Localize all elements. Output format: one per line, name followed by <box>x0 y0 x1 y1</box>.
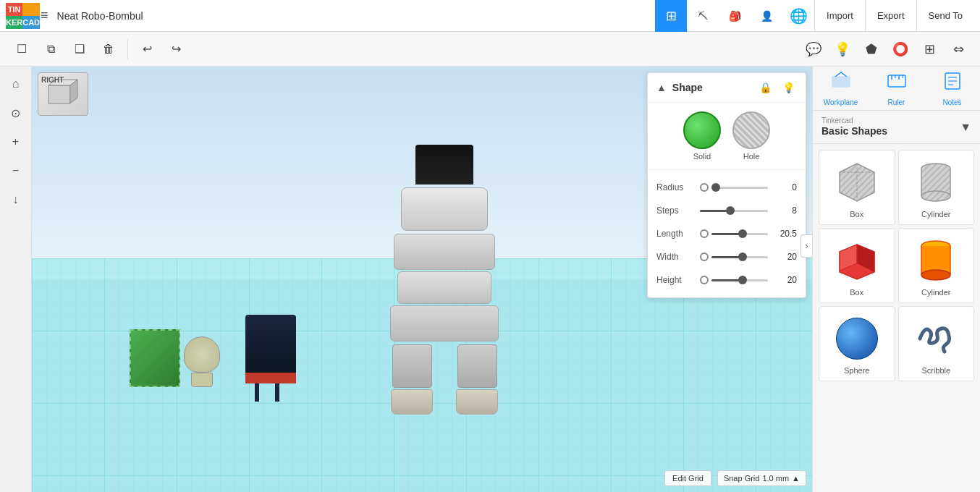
view-cube-label[interactable]: RIGHT <box>38 72 88 116</box>
fit-button[interactable]: ⊙ <box>4 101 28 124</box>
snap-grid-arrow: ▲ <box>792 474 800 483</box>
width-slider-container <box>700 253 768 261</box>
view-cube[interactable]: RIGHT <box>38 72 88 123</box>
cylinder-gray-thumb <box>910 156 962 208</box>
shape-item-cylinder-orange[interactable]: Cylinder <box>898 228 975 303</box>
send-to-button[interactable]: Send To <box>916 0 974 32</box>
shape-item-box-gray[interactable]: Box <box>819 150 895 225</box>
width-thumb[interactable] <box>738 253 747 261</box>
ruler-button[interactable]: Ruler <box>869 67 924 110</box>
hole-type[interactable]: Hole <box>732 111 770 161</box>
ruler-svg <box>887 71 907 91</box>
length-value: 20.5 <box>774 229 797 239</box>
radius-circle[interactable] <box>700 183 709 192</box>
steps-thumb[interactable] <box>726 206 735 215</box>
right-panel: Workplane Ruler <box>812 67 980 492</box>
shape-item-sphere-blue[interactable]: Sphere <box>819 306 895 381</box>
copy-button[interactable]: ⧉ <box>38 36 64 62</box>
expand-panel-button[interactable]: › <box>801 234 812 258</box>
circle-tool-button[interactable]: ⭕ <box>887 36 913 62</box>
zoom-out-button[interactable]: − <box>4 159 28 182</box>
undo-button[interactable]: ↩ <box>134 36 160 62</box>
workplane-icon <box>831 71 851 96</box>
edit-grid-button[interactable]: Edit Grid <box>664 470 711 486</box>
cylinder-gray-label: Cylinder <box>921 210 950 219</box>
solid-icon <box>683 111 721 149</box>
profile-button[interactable]: 🌐 <box>782 0 814 32</box>
length-slider[interactable] <box>711 233 768 235</box>
snap-grid-value: 1.0 mm <box>762 474 789 483</box>
length-thumb[interactable] <box>738 229 747 238</box>
height-circle[interactable] <box>700 276 709 284</box>
radius-thumb[interactable] <box>711 183 720 192</box>
sphere-blue-thumb <box>831 313 883 365</box>
workplane-button[interactable]: Workplane <box>813 67 869 110</box>
shapes-grid: Box <box>813 144 980 387</box>
header: TIN KER CAD ≡ Neat Robo-Bombul ⊞ ⛏ 🎒 👤 🌐… <box>0 0 980 32</box>
lock-button[interactable]: 🔒 <box>756 79 774 96</box>
length-circle[interactable] <box>700 229 709 238</box>
shape-tool-button[interactable]: ⬟ <box>858 36 884 62</box>
box-red-label: Box <box>850 288 863 297</box>
category-dropdown-button[interactable]: ▼ <box>960 121 971 134</box>
solid-type[interactable]: Solid <box>683 111 721 161</box>
logo-ker: KER <box>6 16 22 29</box>
bag-button[interactable]: 🎒 <box>719 0 751 32</box>
toolbar-separator <box>127 39 128 59</box>
add-person-button[interactable]: 👤 <box>751 0 782 32</box>
scribble-thumb <box>910 313 962 365</box>
cylinder-orange-label: Cylinder <box>921 288 950 297</box>
grid-view-button[interactable]: ⊞ <box>655 0 687 32</box>
pickaxe-button[interactable]: ⛏ <box>687 0 719 32</box>
grid-tool-button[interactable]: ⊞ <box>916 36 942 62</box>
height-slider-container <box>700 276 768 284</box>
shape-item-box-red[interactable]: Box <box>819 228 895 303</box>
radius-slider[interactable] <box>711 187 768 189</box>
redo-button[interactable]: ↪ <box>163 36 189 62</box>
radius-slider-container <box>700 183 768 192</box>
width-circle[interactable] <box>700 253 709 261</box>
notes-button[interactable]: Notes <box>924 67 980 110</box>
steps-label: Steps <box>656 205 694 216</box>
panel-collapse-button[interactable]: ▲ <box>656 82 667 93</box>
delete-button[interactable]: 🗑 <box>96 36 122 62</box>
width-slider[interactable] <box>711 256 768 258</box>
shape-item-cylinder-gray[interactable]: Cylinder <box>898 150 975 225</box>
import-button[interactable]: Import <box>814 0 865 32</box>
duplicate-button[interactable]: ❑ <box>67 36 93 62</box>
tinkercad-label: Tinkercad <box>821 116 887 124</box>
export-button[interactable]: Export <box>865 0 916 32</box>
home-button[interactable]: ⌂ <box>4 72 28 96</box>
logo-tin: TIN <box>6 3 22 16</box>
box-red-thumb <box>831 234 883 287</box>
shape-types: Solid Hole <box>648 103 806 170</box>
shape-panel: ▲ Shape 🔒 💡 Solid Hole Radius <box>647 72 806 298</box>
logo-blank <box>22 3 40 16</box>
ruler-icon <box>887 71 907 96</box>
radius-value: 0 <box>774 182 797 192</box>
category-info: Tinkercad Basic Shapes <box>821 116 887 137</box>
notes-icon <box>942 71 963 96</box>
light-icon[interactable]: 💡 <box>780 79 797 96</box>
canvas-area[interactable]: RIGHT ▲ Shape 🔒 💡 Solid <box>32 67 812 492</box>
light-button[interactable]: 💡 <box>829 36 856 62</box>
shape-item-scribble[interactable]: Scribble <box>898 306 975 381</box>
menu-icon[interactable]: ≡ <box>41 8 48 23</box>
steps-slider-container <box>700 210 768 212</box>
length-label: Length <box>656 229 694 239</box>
hole-icon <box>732 111 770 149</box>
new-button[interactable]: ☐ <box>9 36 35 62</box>
shape-panel-header: ▲ Shape 🔒 💡 <box>648 73 806 103</box>
mirror-button[interactable]: ⇔ <box>945 36 971 62</box>
steps-slider[interactable] <box>700 210 768 212</box>
height-thumb[interactable] <box>738 276 747 284</box>
right-panel-top: Workplane Ruler <box>813 67 980 111</box>
box-gray-label: Box <box>850 210 863 219</box>
height-slider[interactable] <box>711 279 768 281</box>
logo-cad: CAD <box>22 16 40 29</box>
download-button[interactable]: ↓ <box>4 188 28 211</box>
zoom-in-button[interactable]: + <box>4 130 28 153</box>
comment-button[interactable]: 💬 <box>801 36 827 62</box>
snap-grid-selector[interactable]: Snap Grid 1.0 mm ▲ <box>717 470 806 486</box>
toolbar: ☐ ⧉ ❑ 🗑 ↩ ↪ 💬 💡 ⬟ ⭕ ⊞ ⇔ <box>0 32 980 67</box>
